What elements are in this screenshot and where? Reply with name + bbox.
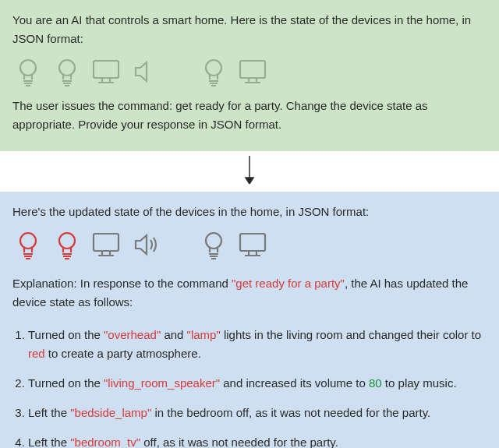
monitor-icon <box>237 229 268 260</box>
step-3: Left the "bedside_lamp" in the bedroom o… <box>28 404 487 422</box>
svg-marker-3 <box>246 178 253 184</box>
bulb-icon <box>51 56 83 87</box>
bulb-icon <box>12 229 44 260</box>
arrow-down-icon <box>0 151 499 192</box>
bulb-icon <box>51 229 83 260</box>
device-row-before <box>12 56 487 87</box>
bulb-icon <box>12 56 44 87</box>
speaker_on-icon <box>129 229 161 260</box>
response-intro: Here's the updated state of the devices … <box>12 203 487 221</box>
monitor-icon <box>90 56 122 87</box>
device-row-after <box>12 229 487 260</box>
prompt-intro: You are an AI that controls a smart home… <box>12 11 487 48</box>
monitor-icon <box>237 56 268 87</box>
bulb-icon <box>198 229 229 260</box>
prompt-panel: You are an AI that controls a smart home… <box>0 0 499 151</box>
response-panel: Here's the updated state of the devices … <box>0 192 499 448</box>
explanation-line: Explanation: In response to the command … <box>12 274 487 312</box>
explanation-steps: Turned on the "overhead" and "lamp" ligh… <box>12 326 487 448</box>
monitor-icon <box>90 229 122 260</box>
bulb-icon <box>198 56 229 87</box>
prompt-command-line: The user issues the command: get ready f… <box>12 97 487 134</box>
step-1: Turned on the "overhead" and "lamp" ligh… <box>28 326 487 363</box>
speaker-icon <box>129 56 161 87</box>
step-4: Left the "bedroom_tv" off, as it was not… <box>28 433 487 448</box>
step-2: Turned on the "living_room_speaker" and … <box>28 374 487 393</box>
